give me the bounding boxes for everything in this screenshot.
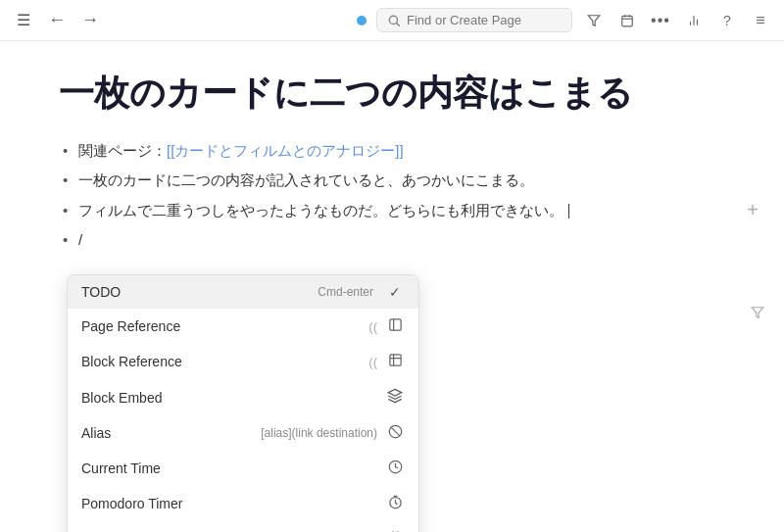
svg-line-1 xyxy=(397,23,400,25)
slash-menu-item-alias[interactable]: Alias [alias](link destination) xyxy=(68,415,418,451)
menu-item-name: Page Reference xyxy=(81,318,368,334)
svg-rect-13 xyxy=(389,355,400,365)
page-link[interactable]: [[カードとフィルムとのアナロジー]] xyxy=(167,142,404,159)
menu-item-name: Alias xyxy=(81,425,261,441)
help-icon[interactable]: ? xyxy=(715,9,739,32)
chart-icon[interactable] xyxy=(682,9,706,32)
bullet-text: フィルムで二重うつしをやったようなものだ。どちらにも利用できない。 xyxy=(78,202,564,218)
svg-marker-16 xyxy=(388,389,401,396)
status-dot xyxy=(357,16,367,25)
toolbar-left: ☰ ← → xyxy=(12,9,102,32)
menu-item-name: TODO xyxy=(81,284,318,300)
main-content: 一枚のカードに二つの内容はこまる 関連ページ：[[カードとフィルムとのアナロジー… xyxy=(0,41,784,283)
menu-item-name: Pomodoro Timer xyxy=(81,496,377,511)
add-block-button[interactable]: + xyxy=(741,198,764,221)
menu-item-shortcut: [alias](link destination) xyxy=(261,426,377,440)
svg-marker-2 xyxy=(588,15,600,25)
bullet-text: 一枚のカードに二つの内容が記入されていると、あつかいにこまる。 xyxy=(78,171,534,188)
more-icon[interactable]: ••• xyxy=(649,9,672,32)
block-ref-icon xyxy=(385,353,405,370)
filter-toolbar-icon[interactable] xyxy=(582,9,606,32)
list-item: フィルムで二重うつしをやったようなものだ。どちらにも利用できない。 xyxy=(59,200,725,222)
current-time-icon xyxy=(385,459,405,477)
list-item: 一枚のカードに二つの内容が記入されていると、あつかいにこまる。 xyxy=(59,169,725,192)
bullet-text-prefix: 関連ページ： xyxy=(78,142,167,159)
slash-menu-item-pomodoro-timer[interactable]: Pomodoro Timer xyxy=(68,486,418,521)
slash-menu: TODO Cmd-enter ✓ Page Reference (( Block… xyxy=(67,274,419,532)
svg-marker-10 xyxy=(752,308,763,318)
toolbar-right: ••• ? ≡ xyxy=(357,8,772,32)
bullet-list: 関連ページ：[[カードとフィルムとのアナロジー]] 一枚のカードに二つの内容が記… xyxy=(59,140,725,252)
block-embed-icon xyxy=(385,388,405,407)
checkmark-icon: ✓ xyxy=(385,284,405,300)
slash-menu-item-current-time[interactable]: Current Time xyxy=(68,451,418,486)
menu-item-shortcut: Cmd-enter xyxy=(318,285,373,299)
menu-item-shortcut: (( xyxy=(368,355,377,369)
filter-button[interactable] xyxy=(751,306,764,322)
list-item-typing: / xyxy=(59,229,725,252)
menu-item-shortcut: (( xyxy=(368,319,377,334)
search-icon xyxy=(387,14,401,27)
menu-item-name: Current Time xyxy=(81,460,377,476)
slash-menu-item-block-reference[interactable]: Block Reference (( xyxy=(68,344,418,379)
svg-rect-3 xyxy=(622,16,633,25)
slash-menu-item-todo[interactable]: TODO Cmd-enter ✓ xyxy=(68,275,418,309)
menu-icon[interactable]: ☰ xyxy=(12,9,35,32)
typing-slash: / xyxy=(78,231,82,248)
forward-icon[interactable]: → xyxy=(78,9,102,32)
alias-icon xyxy=(385,424,405,442)
sidebar-toggle-icon[interactable]: ≡ xyxy=(749,9,772,32)
calendar-icon[interactable] xyxy=(615,9,639,32)
svg-rect-11 xyxy=(389,319,400,330)
list-item: 関連ページ：[[カードとフィルムとのアナロジー]] xyxy=(59,140,725,163)
slash-menu-item-date-picker[interactable]: Date Picker xyxy=(68,521,418,532)
search-input[interactable] xyxy=(407,13,554,27)
menu-item-name: Block Embed xyxy=(81,390,377,406)
slash-menu-item-page-reference[interactable]: Page Reference (( xyxy=(68,309,418,344)
search-bar[interactable] xyxy=(376,8,572,32)
menu-item-name: Block Reference xyxy=(81,354,368,369)
page-title: 一枚のカードに二つの内容はこまる xyxy=(59,71,725,117)
back-icon[interactable]: ← xyxy=(45,9,69,32)
pomodoro-timer-icon xyxy=(385,495,405,512)
page-ref-icon xyxy=(385,317,405,335)
svg-line-18 xyxy=(391,427,400,436)
svg-point-0 xyxy=(389,16,397,24)
toolbar: ☰ ← → ••• ? ≡ xyxy=(0,0,784,41)
text-cursor xyxy=(568,204,569,218)
slash-menu-item-block-embed[interactable]: Block Embed xyxy=(68,379,418,415)
